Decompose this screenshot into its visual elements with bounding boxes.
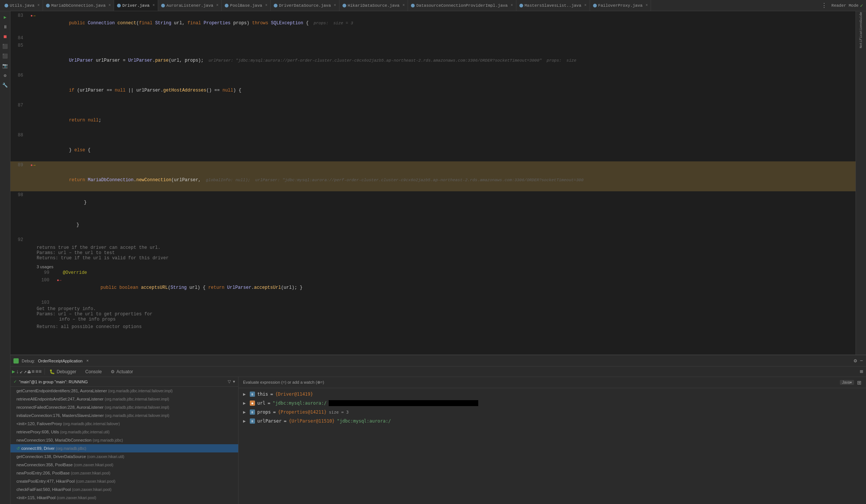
right-sidebar-notifications[interactable]: Notifications [857, 31, 866, 40]
stack-item-3[interactable]: initializeConnection:176, MastersSlavesL… [10, 411, 238, 420]
tab-utils[interactable]: Utils.java × [1, 0, 43, 11]
tab-close-aurora[interactable]: × [216, 3, 218, 7]
reader-mode[interactable]: Reader Mode ✓ [832, 3, 863, 9]
tab-failover[interactable]: FailoverProxy.java × [590, 0, 651, 11]
debugger-label: Debugger [56, 369, 76, 374]
line-content-88: } else { [37, 132, 866, 161]
stack-item-14[interactable]: getConnection:112, HikariDataSource (com… [10, 502, 238, 504]
tab-mastersslaves[interactable]: MastersSlavesList..java × [516, 0, 590, 11]
stack-item-1[interactable]: retrieveAllEndpointsAndSet:247, AuroraLi… [10, 395, 238, 403]
watch-expand-icon[interactable]: ⊞ [857, 380, 862, 386]
step-into-icon[interactable]: ↙ [20, 368, 23, 375]
tab-aurora[interactable]: AuroraListener.java × [158, 0, 222, 11]
debug-panel: Debug: OrderReceiptApplication × ⚙ − ▶ ↓… [10, 355, 866, 504]
more-tabs-icon[interactable]: ⋮ [821, 2, 827, 9]
stack-item-2[interactable]: reconnectFailedConnection:228, AuroraLis… [10, 403, 238, 411]
stack-item-10[interactable]: newPoolEntry:206, PoolBase (com.zaxxer.h… [10, 469, 238, 477]
stack-item-9[interactable]: newConnection:358, PoolBase (com.zaxxer.… [10, 461, 238, 469]
stack-item-0[interactable]: getCurrentEndpointIdentifiers:281, Auror… [10, 387, 238, 395]
code-line-98: 98 } [10, 191, 866, 214]
debug-pause-icon[interactable]: ⏸ [1, 22, 10, 31]
breakpoint-89[interactable]: ● [30, 162, 33, 169]
tab-close-failover[interactable]: × [645, 3, 648, 7]
stack-item-5[interactable]: retrieveProxy:608, Utils (org.mariadb.jd… [10, 428, 238, 436]
camera-icon[interactable]: 📷 [1, 61, 10, 70]
tab-close-driver[interactable]: × [153, 3, 155, 7]
console-label: Console [85, 369, 102, 374]
debug-app-name: OrderReceiptApplication [38, 359, 82, 363]
line-gutter-100: ●→ [55, 277, 63, 284]
line-content-85: UrlParser urlParser = UrlParser.parse(ur… [37, 42, 866, 72]
urlparser-expand-arrow[interactable]: ▶ [243, 418, 248, 424]
debug-sidebar-icon5[interactable]: ⬛ [1, 52, 10, 61]
tab-icon-aurora [161, 4, 165, 7]
filter-icon[interactable]: ▽ [228, 379, 231, 384]
tab-close-mastersslaves[interactable]: × [584, 3, 587, 7]
debug-tab-close-x[interactable]: × [86, 359, 89, 363]
code-line-92: 92 [10, 236, 866, 244]
tab-close-mariadb[interactable]: × [108, 3, 111, 7]
settings-icon[interactable]: ⚙ [1, 71, 10, 80]
this-expand-arrow[interactable]: ▶ [243, 392, 248, 397]
debug-minimize-icon[interactable]: − [860, 358, 863, 364]
stack-item-7[interactable]: ↺ connect:89, Driver (org.mariadb.jdbc) [10, 444, 238, 452]
java-label[interactable]: Java▾ [840, 380, 854, 385]
debug-sidebar-icon4[interactable]: ⬛ [1, 42, 10, 51]
doc-line-1: returns true if the driver can accept th… [37, 245, 866, 250]
line-content-98: } [37, 191, 866, 214]
tab-debugger[interactable]: 🐛 Debugger [45, 367, 81, 377]
wrench-icon[interactable]: 🔧 [1, 81, 10, 90]
line-content-86: if (urlParser == null || urlParser.getHo… [37, 72, 866, 102]
doc-line-6: info – the info props [37, 317, 866, 322]
tab-close-poolbase[interactable]: × [265, 3, 267, 7]
tab-icon-mastersslaves [519, 4, 523, 7]
debug-stop-icon[interactable]: ⏹ [1, 32, 10, 41]
tab-close-datasource[interactable]: × [511, 3, 513, 7]
debug-arrow-83: → [33, 12, 36, 20]
stack-item-6-text: newConnection:150, MariaDbConnection (or… [16, 438, 123, 442]
tab-poolbase[interactable]: PoolBase.java × [222, 0, 271, 11]
editor-debug-container: 83 ● → public Connection connect(final S… [10, 11, 866, 504]
line-num-87: 87 [10, 102, 29, 109]
props-var-icon: ≡ [250, 409, 255, 415]
urlparser-var-icon: ≡ [250, 418, 255, 424]
resume-icon[interactable]: ▶ [12, 368, 15, 375]
tab-close-utils[interactable]: × [37, 3, 40, 7]
debug-resume-icon[interactable]: ▶ [1, 13, 10, 22]
code-editor: 83 ● → public Connection connect(final S… [10, 11, 866, 355]
url-expand-arrow[interactable]: ▶ [243, 401, 248, 406]
tab-driverdatasource[interactable]: DriverDataSource.java × [271, 0, 340, 11]
tab-close-driverdatasource[interactable]: × [334, 3, 336, 7]
right-sidebar-guide[interactable]: Guide [857, 13, 866, 22]
filter-dropdown-icon[interactable]: ▾ [233, 379, 235, 384]
evaluate-placeholder[interactable]: Evaluate expression (=) or add a watch (… [243, 380, 837, 385]
evaluate-icon[interactable]: ≡ [31, 369, 34, 375]
tab-icon-mariadb [46, 4, 50, 7]
tab-close-hikaridatasource[interactable]: × [402, 3, 405, 7]
props-expand-arrow[interactable]: ▶ [243, 409, 248, 415]
step-out-icon[interactable]: ↗ [24, 368, 27, 375]
step-over-icon[interactable]: ↓ [16, 369, 19, 375]
tab-mariadb[interactable]: MariaDbConnection.java × [43, 0, 114, 11]
stack-item-8-text: getConnection:138, DriverDataSource (com… [16, 454, 124, 459]
tab-hikaridatasource[interactable]: HikariDataSource.java × [340, 0, 408, 11]
urlparser-var-eq: = [284, 418, 286, 424]
stack-item-8[interactable]: getConnection:138, DriverDataSource (com… [10, 452, 238, 461]
run-to-cursor-icon[interactable]: ⏏ [28, 368, 31, 375]
line-num-86: 86 [10, 72, 29, 79]
tab-actuator[interactable]: ⚙ Actuator [106, 367, 138, 377]
debug-settings-icon[interactable]: ⚙ [854, 358, 857, 364]
stack-item-12[interactable]: checkFailFast:560, HikariPool (com.zaxxe… [10, 485, 238, 494]
tab-driver[interactable]: Driver.java × [114, 0, 158, 11]
debug-layout-icon[interactable]: ⊞ [860, 368, 863, 375]
stack-item-6[interactable]: newConnection:150, MariaDbConnection (or… [10, 436, 238, 444]
tab-console[interactable]: Console [81, 367, 106, 377]
line-num-89: 89 [10, 161, 29, 169]
breakpoint-83[interactable]: ● [30, 12, 33, 20]
stack-item-11[interactable]: createPoolEntry:477, HikariPool (com.zax… [10, 477, 238, 485]
stack-item-10-text: newPoolEntry:206, PoolBase (com.zaxxer.h… [16, 471, 110, 475]
more-debug-icon[interactable]: ≡≡ [36, 369, 42, 375]
stack-item-13[interactable]: <init>:115, HikariPool (com.zaxxer.hikar… [10, 494, 238, 502]
stack-item-4[interactable]: <init>:120, FailoverProxy (org.mariadb.j… [10, 420, 238, 428]
tab-datasource[interactable]: DatasourceConnectionProviderImpl.java × [408, 0, 516, 11]
